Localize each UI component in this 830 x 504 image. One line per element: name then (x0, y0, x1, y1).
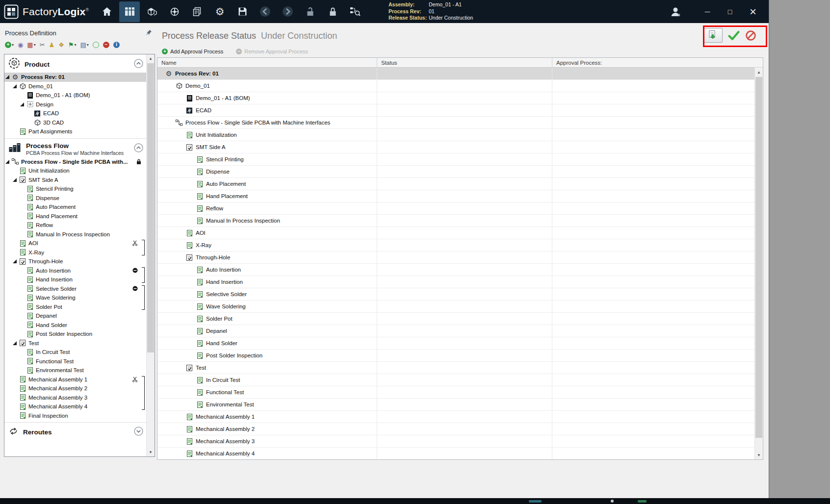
release-row-mechanical-assembly-3[interactable]: Mechanical Assembly 3 (157, 435, 754, 448)
release-row-unit-initialization[interactable]: Unit Initialization (157, 129, 754, 141)
flow-tree-item-aoi[interactable]: AOI (4, 239, 146, 248)
copy-process-icon[interactable]: ◉ (18, 41, 23, 49)
flow-tree-item-dispense[interactable]: Dispense (4, 194, 146, 203)
release-row-manual-in-process-inspection[interactable]: Manual In Process Inspection (157, 215, 754, 227)
release-row-mechanical-assembly-4[interactable]: Mechanical Assembly 4 (157, 448, 754, 459)
section-process-flow[interactable]: Process Flow PCBA Process Flow w/ Machin… (4, 141, 146, 157)
release-row-post-solder-inspection[interactable]: Post Solder Inspection (157, 350, 754, 362)
flow-tree-item-auto-insertion[interactable]: Auto Insertion (4, 266, 146, 276)
home-icon[interactable] (97, 1, 117, 22)
release-row-hand-insertion[interactable]: Hand Insertion (157, 276, 754, 288)
collapse-up-icon[interactable] (134, 143, 143, 154)
flag-icon[interactable]: ⚑▾ (68, 41, 77, 49)
flow-tree-item-hand-placement[interactable]: Hand Placement (4, 212, 146, 221)
release-row-ecad[interactable]: ECAD (157, 104, 754, 117)
flow-tree-item-reflow[interactable]: Reflow (4, 221, 146, 230)
release-row-reflow[interactable]: Reflow (157, 202, 754, 215)
release-row-aoi[interactable]: AOI (157, 227, 754, 239)
flow-tree-item-wave-soldering[interactable]: Wave Soldering (4, 293, 146, 302)
reroute-icon[interactable]: ✂ (40, 41, 45, 49)
flow-tree-item-process-flow-single-side-pcba-with[interactable]: Process Flow - Single Side PCBA with... (4, 157, 146, 167)
documents-icon[interactable] (187, 1, 208, 22)
release-row-wave-soldering[interactable]: Wave Soldering (157, 301, 754, 313)
scroll-down-button[interactable]: ▼ (147, 448, 155, 456)
release-row-solder-pot[interactable]: Solder Pot (157, 313, 754, 325)
column-header-status[interactable]: Status (377, 58, 552, 67)
release-row-smt-side-a[interactable]: SMT Side A (157, 141, 754, 153)
column-header-name[interactable]: Name (157, 58, 377, 67)
flow-tree-item-hand-insertion[interactable]: Hand Insertion (4, 275, 146, 284)
release-row-environmental-test[interactable]: Environmental Test (157, 399, 754, 411)
nav-unlock-icon[interactable] (300, 1, 320, 22)
expander-icon[interactable] (5, 160, 11, 164)
expand-down-icon[interactable] (134, 427, 143, 438)
remove-approval-process-button[interactable]: − Remove Approval Process (236, 49, 308, 54)
minimize-button[interactable]: ─ (696, 0, 719, 23)
release-row-process-rev-01[interactable]: ⚙Process Rev: 01 (157, 68, 754, 80)
flow-tree-item-selective-solder[interactable]: Selective Solder (4, 284, 146, 294)
flow-tree-item-mechanical-assembly-3[interactable]: Mechanical Assembly 3 (4, 393, 146, 403)
process-grid-icon[interactable] (119, 1, 140, 22)
settings-icon[interactable]: ⚙ (209, 1, 230, 22)
flow-tree-item-solder-pot[interactable]: Solder Pot (4, 302, 146, 312)
release-row-mechanical-assembly-1[interactable]: Mechanical Assembly 1 (157, 411, 754, 423)
release-row-through-hole[interactable]: Through-Hole (157, 252, 754, 264)
activate-icon[interactable] (93, 42, 99, 48)
table-vertical-scrollbar[interactable]: ▲ ▼ (754, 68, 763, 459)
deactivate-icon[interactable]: − (103, 42, 109, 48)
save-icon[interactable] (232, 1, 253, 22)
release-row-depanel[interactable]: Depanel (157, 325, 754, 337)
certification-icon[interactable]: ❖ (58, 41, 64, 49)
expander-icon[interactable] (13, 178, 18, 182)
release-row-selective-solder[interactable]: Selective Solder (157, 288, 754, 301)
release-row-process-flow-single-side-pcba-with-machine-interfaces[interactable]: Process Flow - Single Side PCBA with Mac… (157, 117, 754, 129)
flow-tree-item-hand-solder[interactable]: Hand Solder (4, 321, 146, 330)
forward-icon[interactable] (277, 1, 298, 22)
release-row-x-ray[interactable]: X-Ray (157, 239, 754, 252)
release-row-auto-placement[interactable]: Auto Placement (157, 178, 754, 190)
section-reroutes[interactable]: Reroutes (4, 425, 146, 440)
column-header-approval-process[interactable]: Approval Process: (552, 58, 763, 67)
operator-icon[interactable]: ♟ (49, 41, 55, 49)
scroll-thumb[interactable] (147, 63, 154, 353)
flow-tree-item-through-hole[interactable]: Through-Hole (4, 257, 146, 266)
taskbar[interactable] (0, 498, 830, 504)
flow-tree-item-in-circuit-test[interactable]: In Circuit Test (4, 348, 146, 357)
release-row-hand-placement[interactable]: Hand Placement (157, 190, 754, 202)
release-row-hand-solder[interactable]: Hand Solder (157, 337, 754, 350)
release-row-mechanical-assembly-2[interactable]: Mechanical Assembly 2 (157, 423, 754, 435)
collapse-up-icon[interactable] (134, 59, 143, 70)
product-tree-item-process-rev-01[interactable]: ⚙Process Rev: 01 (4, 73, 146, 82)
flow-tree-item-depanel[interactable]: Depanel (4, 311, 146, 321)
back-icon[interactable] (255, 1, 275, 22)
flow-tree-item-mechanical-assembly-4[interactable]: Mechanical Assembly 4 (4, 402, 146, 411)
flow-tree-item-post-solder-inspection[interactable]: Post Solder Inspection (4, 329, 146, 339)
flow-tree-item-final-inspection[interactable]: Final Inspection (4, 411, 146, 421)
release-row-demo-01[interactable]: Demo_01 (157, 80, 754, 92)
product-tree-item-design[interactable]: Design (4, 100, 146, 109)
flow-tree-item-auto-placement[interactable]: Auto Placement (4, 202, 146, 212)
materials-icon[interactable] (142, 1, 162, 22)
scroll-thumb[interactable] (755, 77, 762, 438)
release-row-dispense[interactable]: Dispense (157, 166, 754, 178)
dispatch-icon[interactable] (164, 1, 185, 22)
product-tree-item-ecad[interactable]: ECAD (4, 109, 146, 118)
library-icon[interactable]: ▤▾ (80, 41, 89, 49)
add-approval-process-button[interactable]: + Add Approval Process (162, 49, 223, 54)
close-button[interactable]: × (741, 0, 765, 23)
flow-tree-item-test[interactable]: Test (4, 339, 146, 348)
scroll-up-button[interactable]: ▲ (755, 68, 763, 76)
maximize-button[interactable]: □ (719, 0, 741, 23)
nav-lock-icon[interactable] (322, 1, 343, 22)
flow-tree-item-unit-initialization[interactable]: Unit Initialization (4, 166, 146, 176)
user-icon[interactable] (666, 1, 685, 22)
expander-icon[interactable] (13, 84, 18, 88)
section-product[interactable]: Product (4, 56, 146, 73)
release-row-demo-01-a1-bom[interactable]: Demo_01 - A1 (BOM) (157, 92, 754, 104)
scroll-down-button[interactable]: ▼ (755, 451, 763, 459)
flow-tree-item-manual-in-process-inspection[interactable]: Manual In Process Inspection (4, 230, 146, 239)
flow-tree-item-environmental-test[interactable]: Environmental Test (4, 366, 146, 375)
release-row-test[interactable]: Test (157, 362, 754, 374)
expander-icon[interactable] (13, 259, 18, 263)
flow-tree-item-mechanical-assembly-1[interactable]: Mechanical Assembly 1 (4, 375, 146, 384)
